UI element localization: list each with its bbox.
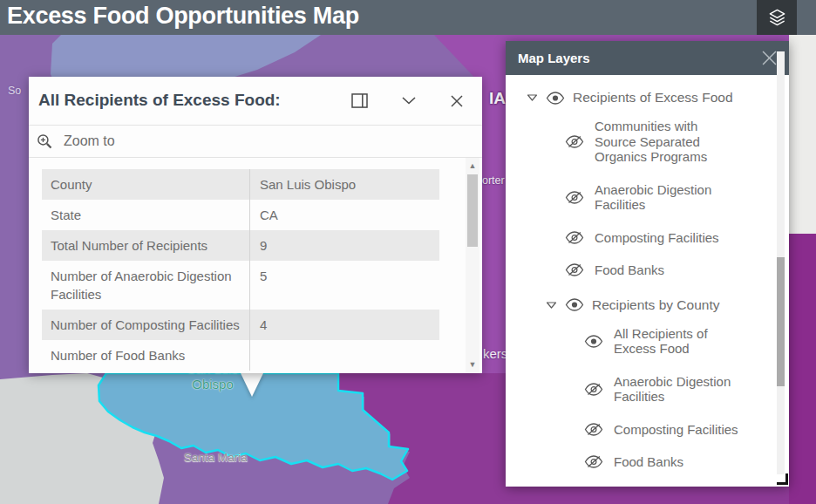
row-value [249,340,439,371]
row-value: 5 [249,261,439,310]
feature-popup: All Recipients of Excess Food: [29,77,482,373]
eye-visible-icon[interactable] [584,335,603,348]
popup-title: All Recipients of Excess Food: [38,91,281,110]
chevron-down-icon [402,97,416,105]
layers-icon [767,8,787,28]
layer-item-composting[interactable]: Composting Facilities [565,230,728,246]
popup-tail [241,373,263,397]
panel-title: Map Layers [518,51,762,65]
eye-hidden-icon[interactable] [584,423,603,436]
layer-item-communities-sso[interactable]: Communities with Source Separated Organi… [565,119,728,165]
row-label: County [42,169,249,200]
popup-content: County San Luis Obispo State CA Total Nu… [29,158,482,373]
eye-hidden-icon[interactable] [584,383,603,396]
popup-scrollbar[interactable]: ▲ ▼ [466,158,479,373]
panel-header: Map Layers [506,41,789,75]
zoom-in-icon [37,133,52,149]
layer-item-food-banks[interactable]: Food Banks [565,262,728,278]
dock-icon [351,93,368,108]
layer-item-all-recipients[interactable]: All Recipients of Excess Food [584,326,750,357]
table-row: Number of Food Banks [42,340,439,371]
caret-down-icon[interactable] [527,93,538,102]
layers-toggle-button[interactable] [757,0,797,35]
table-row: Total Number of Recipients 9 [42,230,439,261]
table-row: Number of Anaerobic Digestion Facilities… [42,261,439,310]
collapse-button[interactable] [402,97,416,105]
row-label: Number of Food Banks [42,340,249,371]
row-value: 4 [249,310,439,340]
caret-down-icon[interactable] [546,301,557,310]
eye-hidden-icon[interactable] [565,231,584,244]
row-value: CA [249,200,439,230]
popup-close-button[interactable] [451,95,463,107]
layer-group-recipients-by-county[interactable]: Recipients by County [546,297,789,313]
excess-food-map-app: So IA orter kers San Luis Obispo Santa M… [0,0,816,504]
layer-label[interactable]: Food Banks [595,262,664,278]
map-layers-panel: Map Layers [506,41,789,487]
scrollbar-thumb[interactable] [777,257,785,386]
popup-header: All Recipients of Excess Food: [29,77,482,126]
scroll-up-icon[interactable]: ▲ [466,161,479,170]
page-title: Excess Food Opportunities Map [7,3,359,30]
eye-hidden-icon[interactable] [584,455,603,468]
layer-label[interactable]: Composting Facilities [595,230,719,246]
row-label: State [42,200,249,230]
row-label: Number of Anaerobic Digestion Facilities [42,261,249,310]
resize-corner[interactable] [777,473,788,485]
layer-item-anaerobic-digestion[interactable]: Anaerobic Digestion Facilities [584,374,750,405]
scrollbar-thumb[interactable] [467,174,478,247]
row-label: Number of Composting Facilities [42,310,249,340]
layer-children: All Recipients of Excess Food Anaerobic … [584,326,750,470]
eye-hidden-icon[interactable] [565,135,584,148]
zoom-to-label: Zoom to [64,133,115,149]
layer-children: Communities with Source Separated Organi… [565,119,728,278]
eye-hidden-icon[interactable] [565,191,584,204]
row-value: 9 [249,230,439,261]
layer-item-anaerobic-digestion[interactable]: Anaerobic Digestion Facilities [565,182,728,213]
table-row: Number of Composting Facilities 4 [42,310,439,340]
dock-button[interactable] [351,93,368,108]
close-icon [762,51,777,65]
table-row: State CA [42,200,439,230]
layer-label[interactable]: Anaerobic Digestion Facilities [595,182,728,213]
panel-scrollbar[interactable] [777,51,785,474]
scroll-down-icon[interactable]: ▼ [466,360,479,369]
panel-body: Recipients of Excess Food Communities wi… [506,75,789,487]
row-value: San Luis Obispo [249,169,439,200]
layer-item-food-banks[interactable]: Food Banks [584,454,750,470]
row-label: Total Number of Recipients [42,230,249,261]
layer-label[interactable]: Recipients by County [592,297,719,313]
zoom-to-button[interactable]: Zoom to [29,126,482,158]
table-row: County San Luis Obispo [42,169,439,200]
panel-close-button[interactable] [762,51,777,65]
layer-label[interactable]: Food Banks [614,454,683,470]
close-icon [451,95,463,107]
layer-label[interactable]: Anaerobic Digestion Facilities [614,374,750,405]
eye-hidden-icon[interactable] [565,263,584,276]
eye-visible-icon[interactable] [546,92,565,105]
layer-label[interactable]: Recipients of Excess Food [573,90,733,106]
app-header: Excess Food Opportunities Map [0,0,816,35]
layer-label[interactable]: All Recipients of Excess Food [614,326,750,357]
eye-visible-icon[interactable] [565,298,584,311]
attribute-table: County San Luis Obispo State CA Total Nu… [42,169,439,371]
layer-item-composting[interactable]: Composting Facilities [584,422,750,438]
layer-group-recipients-of-excess-food[interactable]: Recipients of Excess Food [527,90,789,106]
layer-label[interactable]: Communities with Source Separated Organi… [595,119,728,165]
layer-label[interactable]: Composting Facilities [614,422,738,438]
